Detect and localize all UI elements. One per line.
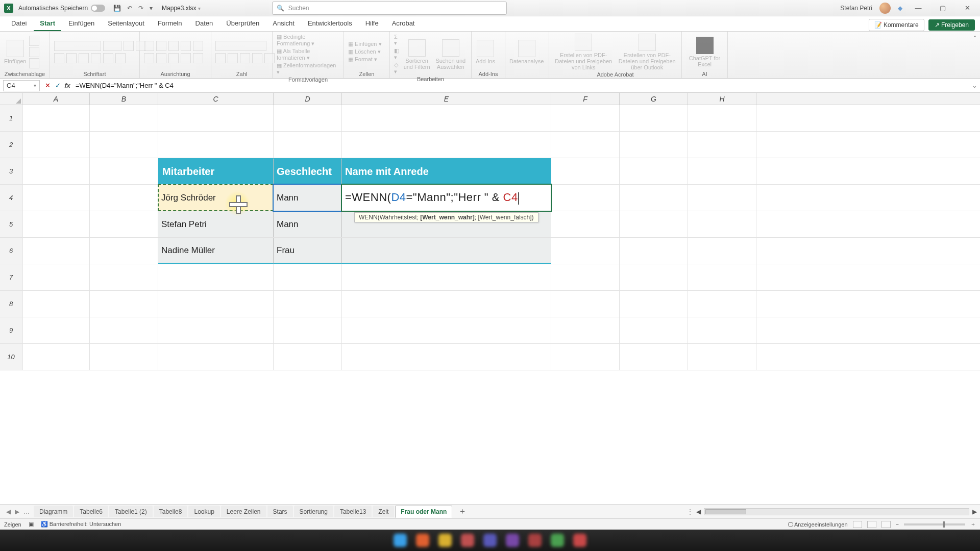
cell[interactable]: [551, 317, 620, 343]
select-all-corner[interactable]: [0, 93, 22, 105]
taskbar-app-icon[interactable]: [438, 534, 452, 547]
cell[interactable]: [551, 158, 620, 184]
cell-e4-editing[interactable]: =WENN(D4="Mann";"Herr " & C4: [342, 185, 551, 211]
border-icon[interactable]: [91, 53, 101, 63]
cell[interactable]: [158, 264, 274, 290]
cell[interactable]: [620, 158, 688, 184]
cell[interactable]: [22, 132, 90, 158]
cell[interactable]: [90, 185, 158, 211]
hscrollbar[interactable]: [704, 508, 969, 515]
cell[interactable]: [22, 185, 90, 211]
qat-dropdown-icon[interactable]: ▾: [150, 5, 153, 12]
copy-icon[interactable]: [29, 47, 39, 57]
cell[interactable]: [158, 317, 274, 343]
sheet-more-icon[interactable]: …: [23, 508, 30, 515]
fx-icon[interactable]: fx: [62, 82, 72, 89]
cell[interactable]: [342, 105, 551, 131]
cell[interactable]: [620, 291, 688, 317]
row-header[interactable]: 8: [0, 291, 22, 317]
search-box[interactable]: 🔍 Suchen: [272, 2, 507, 15]
formula-input[interactable]: =WENN(D4="Mann";"Herr " & C4: [72, 80, 969, 91]
cell[interactable]: [688, 105, 756, 131]
cell[interactable]: [274, 105, 342, 131]
cell[interactable]: [90, 264, 158, 290]
cell[interactable]: [688, 238, 756, 264]
insert-cells[interactable]: ▦ Einfügen ▾: [348, 41, 382, 47]
find-select-icon[interactable]: [442, 39, 459, 57]
cell[interactable]: [620, 211, 688, 237]
cell[interactable]: [90, 238, 158, 264]
row-header[interactable]: 6: [0, 238, 22, 264]
cell[interactable]: [158, 105, 274, 131]
formula-enter-icon[interactable]: ✓: [53, 82, 62, 89]
align-right-icon[interactable]: [168, 53, 179, 63]
sheet-prev-icon[interactable]: ◀: [6, 508, 11, 515]
align-bot-icon[interactable]: [168, 41, 179, 51]
minimize-button[interactable]: —: [910, 4, 927, 12]
taskbar-app-icon[interactable]: [506, 534, 519, 547]
fill-icon[interactable]: ◧ ▾: [394, 47, 400, 61]
cell[interactable]: [620, 132, 688, 158]
cell[interactable]: [274, 317, 342, 343]
formula-expand-icon[interactable]: ⌄: [969, 82, 980, 89]
cell[interactable]: [90, 132, 158, 158]
row-header[interactable]: 2: [0, 132, 22, 158]
sheet-tab[interactable]: Tabelle13: [334, 506, 372, 517]
cell[interactable]: [620, 344, 688, 370]
indent-dec-icon[interactable]: [181, 53, 191, 63]
cell[interactable]: [274, 291, 342, 317]
cell[interactable]: [90, 317, 158, 343]
cell[interactable]: [551, 264, 620, 290]
table-header-geschlecht[interactable]: Geschlecht: [274, 158, 342, 184]
taskbar-app-icon[interactable]: [573, 534, 586, 547]
tab-start[interactable]: Start: [34, 16, 61, 31]
cell[interactable]: [688, 132, 756, 158]
cell[interactable]: [688, 158, 756, 184]
comments-button[interactable]: 📝 Kommentare: [869, 19, 924, 31]
font-size[interactable]: [103, 41, 121, 51]
row-header[interactable]: 5: [0, 211, 22, 237]
row-header[interactable]: 9: [0, 317, 22, 343]
save-icon[interactable]: 💾: [113, 5, 121, 12]
cell[interactable]: [551, 211, 620, 237]
col-header-d[interactable]: D: [274, 93, 342, 105]
table-header-anrede[interactable]: Name mit Anrede: [342, 158, 551, 184]
cell[interactable]: [620, 264, 688, 290]
cell[interactable]: [90, 158, 158, 184]
cell[interactable]: [620, 317, 688, 343]
sheet-tab[interactable]: Lookup: [188, 506, 219, 517]
grid[interactable]: A B C D E F G H 1 2 3 Mitarbeiter Geschl…: [0, 93, 980, 504]
cell[interactable]: [342, 264, 551, 290]
cell[interactable]: [551, 344, 620, 370]
format-painter-icon[interactable]: [29, 58, 39, 68]
tab-ueberpruefen[interactable]: Überprüfen: [220, 16, 265, 31]
sort-filter-icon[interactable]: [408, 39, 426, 57]
align-mid-icon[interactable]: [156, 41, 166, 51]
cell[interactable]: [90, 291, 158, 317]
hscroll-left-icon[interactable]: ◀: [696, 508, 701, 515]
sheet-tab[interactable]: Tabelle6: [74, 506, 108, 517]
tab-daten[interactable]: Daten: [189, 16, 219, 31]
cell[interactable]: [274, 264, 342, 290]
autosave-switch[interactable]: [91, 5, 105, 12]
cond-format[interactable]: ▦ Bedingte Formatierung ▾: [277, 34, 339, 47]
formula-cancel-icon[interactable]: ✕: [43, 82, 52, 89]
cell[interactable]: [22, 105, 90, 131]
share-button[interactable]: ↗ Freigeben: [928, 19, 975, 31]
zoom-in-icon[interactable]: ＋: [970, 520, 976, 528]
cell[interactable]: [90, 344, 158, 370]
maximize-button[interactable]: ▢: [934, 4, 951, 12]
zoom-slider[interactable]: [904, 523, 965, 525]
cell[interactable]: [342, 344, 551, 370]
sheet-tab[interactable]: Zeit: [373, 506, 394, 517]
fill-color-icon[interactable]: [103, 53, 113, 63]
cell[interactable]: [342, 291, 551, 317]
row-header[interactable]: 1: [0, 105, 22, 131]
taskbar-app-icon[interactable]: [461, 534, 474, 547]
cut-icon[interactable]: [29, 36, 39, 46]
avatar[interactable]: [879, 3, 891, 14]
cell[interactable]: [158, 291, 274, 317]
inc-dec-icon[interactable]: [252, 53, 262, 63]
cell[interactable]: [551, 132, 620, 158]
cell[interactable]: [22, 344, 90, 370]
